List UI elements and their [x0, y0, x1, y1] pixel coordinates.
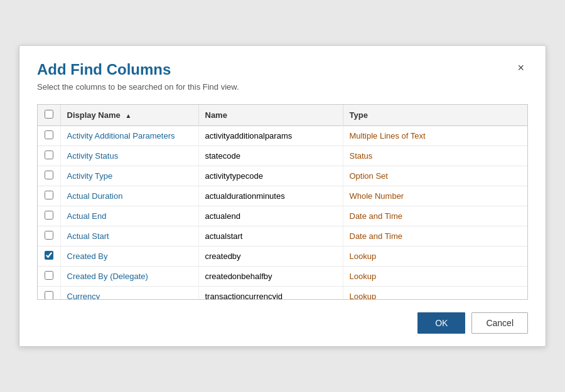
- row-checkbox[interactable]: [45, 291, 53, 299]
- row-name: actualend: [198, 206, 343, 226]
- row-type: Lookup: [343, 246, 527, 267]
- table-row: Created By (Delegate)createdonbehalfbyLo…: [38, 267, 527, 287]
- row-checkbox-cell: [38, 246, 60, 267]
- row-checkbox[interactable]: [45, 130, 53, 139]
- table-scroll-area[interactable]: Display Name ▲ Name Type Activity Additi…: [38, 105, 527, 299]
- row-display-name: Activity Type: [60, 166, 198, 186]
- dialog-subtitle: Select the columns to be searched on for…: [37, 82, 528, 92]
- header-display-name[interactable]: Display Name ▲: [60, 105, 198, 126]
- columns-table: Display Name ▲ Name Type Activity Additi…: [38, 105, 527, 299]
- row-checkbox[interactable]: [45, 231, 53, 240]
- row-name: createdonbehalfby: [198, 267, 343, 287]
- table-row: Actual StartactualstartDate and Time: [38, 226, 527, 246]
- row-checkbox-cell: [38, 146, 60, 166]
- table-body: Activity Additional Parametersactivityad…: [38, 126, 527, 300]
- table-row: CurrencytransactioncurrencyidLookup: [38, 287, 527, 300]
- row-checkbox[interactable]: [45, 151, 53, 159]
- row-name: actualdurationminutes: [198, 186, 343, 206]
- row-checkbox-cell: [38, 267, 60, 287]
- row-name: statecode: [198, 146, 343, 166]
- row-display-name: Created By: [60, 246, 198, 267]
- row-type: Lookup: [343, 287, 527, 300]
- row-checkbox-cell: [38, 186, 60, 206]
- row-name: createdby: [198, 246, 343, 267]
- row-checkbox-cell: [38, 226, 60, 246]
- sort-arrow-icon: ▲: [125, 112, 131, 119]
- table-row: Activity TypeactivitytypecodeOption Set: [38, 166, 527, 186]
- select-all-checkbox[interactable]: [45, 110, 53, 119]
- row-display-name: Currency: [60, 287, 198, 300]
- row-display-name: Actual End: [60, 206, 198, 226]
- row-display-name: Actual Start: [60, 226, 198, 246]
- row-type: Status: [343, 146, 527, 166]
- dialog-title: Add Find Columns: [37, 61, 171, 78]
- row-checkbox-cell: [38, 166, 60, 186]
- row-display-name: Actual Duration: [60, 186, 198, 206]
- header-type: Type: [343, 105, 527, 126]
- row-type: Option Set: [343, 166, 527, 186]
- row-checkbox-cell: [38, 287, 60, 300]
- row-checkbox[interactable]: [45, 271, 53, 280]
- header-checkbox-cell: [38, 105, 60, 126]
- row-checkbox-cell: [38, 126, 60, 146]
- row-display-name: Created By (Delegate): [60, 267, 198, 287]
- table-row: Created BycreatedbyLookup: [38, 246, 527, 267]
- row-checkbox[interactable]: [45, 251, 53, 260]
- row-type: Whole Number: [343, 186, 527, 206]
- dialog-footer: OK Cancel: [37, 312, 528, 334]
- ok-button[interactable]: OK: [417, 312, 465, 334]
- row-name: activitytypecode: [198, 166, 343, 186]
- row-checkbox[interactable]: [45, 211, 53, 220]
- add-find-columns-dialog: Add Find Columns × Select the columns to…: [19, 45, 546, 347]
- row-type: Lookup: [343, 267, 527, 287]
- columns-table-container: Display Name ▲ Name Type Activity Additi…: [37, 104, 528, 300]
- row-name: transactioncurrencyid: [198, 287, 343, 300]
- close-button[interactable]: ×: [514, 61, 528, 75]
- row-name: actualstart: [198, 226, 343, 246]
- row-checkbox[interactable]: [45, 171, 53, 179]
- dialog-header: Add Find Columns ×: [37, 61, 528, 78]
- row-display-name: Activity Status: [60, 146, 198, 166]
- cancel-button[interactable]: Cancel: [471, 312, 528, 334]
- table-row: Activity StatusstatecodeStatus: [38, 146, 527, 166]
- row-type: Date and Time: [343, 206, 527, 226]
- row-checkbox-cell: [38, 206, 60, 226]
- row-checkbox[interactable]: [45, 191, 53, 199]
- table-row: Actual DurationactualdurationminutesWhol…: [38, 186, 527, 206]
- row-type: Multiple Lines of Text: [343, 126, 527, 146]
- row-type: Date and Time: [343, 226, 527, 246]
- row-display-name: Activity Additional Parameters: [60, 126, 198, 146]
- table-header-row: Display Name ▲ Name Type: [38, 105, 527, 126]
- row-name: activityadditionalparams: [198, 126, 343, 146]
- header-name: Name: [198, 105, 343, 126]
- table-row: Actual EndactualendDate and Time: [38, 206, 527, 226]
- table-row: Activity Additional Parametersactivityad…: [38, 126, 527, 146]
